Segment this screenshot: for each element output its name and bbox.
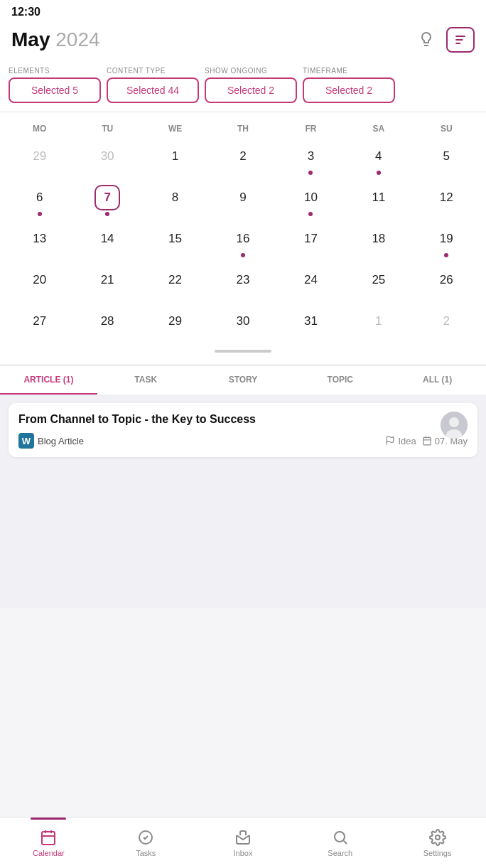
- day-number: 6: [27, 185, 53, 210]
- calendar-day[interactable]: 25: [345, 263, 412, 303]
- calendar-day[interactable]: 29: [6, 139, 73, 179]
- calendar-icon: [422, 436, 432, 446]
- day-number: 29: [27, 144, 53, 169]
- content-tab-story[interactable]: STORY: [195, 366, 292, 395]
- nav-settings[interactable]: Settings: [389, 818, 486, 868]
- elements-filter-chip[interactable]: Selected 5: [9, 77, 101, 103]
- calendar-day[interactable]: 6: [6, 181, 73, 220]
- day-dot: [105, 294, 109, 299]
- day-number: 11: [366, 185, 392, 210]
- weekday-fr: FR: [277, 121, 345, 136]
- status-bar: 12:30: [0, 0, 486, 21]
- calendar-grid: 2930123456789101112131415161718192021222…: [0, 139, 486, 344]
- calendar-day[interactable]: 23: [209, 263, 276, 303]
- nav-search[interactable]: Search: [291, 818, 389, 868]
- content-type-filter-chip[interactable]: Selected 44: [107, 77, 199, 103]
- calendar-day[interactable]: 10: [277, 181, 345, 220]
- weekday-mo: MO: [6, 121, 73, 136]
- content-tab-task[interactable]: TASK: [97, 366, 195, 395]
- day-number: 5: [433, 144, 459, 169]
- nav-tasks-label: Tasks: [136, 849, 156, 857]
- day-dot: [308, 336, 313, 340]
- day-dot: [105, 253, 109, 257]
- day-dot: [38, 253, 42, 257]
- day-dot: [105, 336, 109, 340]
- calendar-day[interactable]: 15: [141, 222, 209, 262]
- calendar-day[interactable]: 31: [277, 304, 345, 344]
- calendar-nav-icon: [40, 829, 57, 846]
- day-number: 3: [298, 144, 323, 169]
- calendar-day[interactable]: 22: [141, 263, 209, 303]
- elements-filter-group: ELEMENTS Selected 5: [9, 67, 101, 103]
- content-tab-all--1-[interactable]: ALL (1): [389, 366, 486, 395]
- day-number: 19: [433, 226, 459, 252]
- calendar-day[interactable]: 20: [6, 263, 73, 303]
- nav-search-label: Search: [328, 849, 352, 857]
- flag-icon: [385, 436, 395, 446]
- calendar-day[interactable]: 30: [73, 139, 141, 179]
- nav-calendar[interactable]: Calendar: [0, 818, 97, 868]
- article-list: From Channel to Topic - the Key to Succe…: [0, 395, 486, 608]
- date-badge: 07. May: [422, 436, 468, 446]
- day-dot: [105, 212, 109, 216]
- day-number: 1: [366, 309, 392, 334]
- day-dot: [241, 336, 245, 340]
- calendar-day[interactable]: 12: [413, 181, 480, 220]
- calendar-day[interactable]: 26: [413, 263, 480, 303]
- day-number: 25: [366, 267, 392, 293]
- article-card[interactable]: From Channel to Topic - the Key to Succe…: [9, 403, 477, 457]
- calendar-day[interactable]: 13: [6, 222, 73, 262]
- calendar-day[interactable]: 2: [413, 304, 480, 344]
- content-tabs: ARTICLE (1)TASKSTORYTOPICALL (1): [0, 365, 486, 395]
- day-dot: [173, 294, 178, 299]
- calendar-day[interactable]: 27: [6, 304, 73, 344]
- timeframe-filter-chip[interactable]: Selected 2: [303, 77, 395, 103]
- day-dot: [377, 294, 381, 299]
- calendar-day[interactable]: 16: [209, 222, 276, 262]
- nav-tasks[interactable]: Tasks: [97, 818, 195, 868]
- calendar-day[interactable]: 2: [209, 139, 276, 179]
- calendar-day[interactable]: 19: [413, 222, 480, 262]
- calendar-day[interactable]: 1: [141, 139, 209, 179]
- calendar-day[interactable]: 7: [73, 181, 141, 220]
- filter-icon: [453, 33, 468, 47]
- calendar-day[interactable]: 5: [413, 139, 480, 179]
- content-tab-article--1-[interactable]: ARTICLE (1): [0, 366, 97, 395]
- tasks-nav-icon: [137, 829, 154, 846]
- day-number: 9: [230, 185, 256, 210]
- calendar-day[interactable]: 21: [73, 263, 141, 303]
- day-number: 17: [298, 226, 323, 252]
- day-number: 18: [366, 226, 392, 252]
- day-number: 8: [163, 185, 188, 210]
- calendar-day[interactable]: 18: [345, 222, 412, 262]
- avatar: [441, 412, 468, 439]
- calendar-day[interactable]: 28: [73, 304, 141, 344]
- calendar-day[interactable]: 1: [345, 304, 412, 344]
- calendar-day[interactable]: 8: [141, 181, 209, 220]
- calendar-day[interactable]: 4: [345, 139, 412, 179]
- lightbulb-button[interactable]: [415, 28, 438, 53]
- day-dot: [444, 294, 448, 299]
- weekday-we: WE: [141, 121, 209, 136]
- day-number: 14: [94, 226, 120, 252]
- day-dot: [308, 212, 313, 216]
- calendar-day[interactable]: 24: [277, 263, 345, 303]
- calendar-day[interactable]: 30: [209, 304, 276, 344]
- article-type-badge: W Blog Article: [18, 433, 84, 449]
- show-ongoing-filter-chip[interactable]: Selected 2: [205, 77, 297, 103]
- day-number: 22: [163, 267, 188, 293]
- calendar-day[interactable]: 29: [141, 304, 209, 344]
- nav-inbox[interactable]: Inbox: [195, 818, 292, 868]
- show-ongoing-filter-group: SHOW ONGOING Selected 2: [205, 67, 297, 103]
- svg-point-16: [335, 832, 345, 842]
- calendar-day[interactable]: 3: [277, 139, 345, 179]
- search-nav-icon: [332, 829, 349, 846]
- calendar-day[interactable]: 17: [277, 222, 345, 262]
- nav-inbox-label: Inbox: [234, 849, 253, 857]
- filter-button[interactable]: [446, 27, 475, 53]
- content-tab-topic[interactable]: TOPIC: [291, 366, 389, 395]
- calendar-day[interactable]: 11: [345, 181, 412, 220]
- header: May 2024: [0, 21, 486, 61]
- calendar-day[interactable]: 14: [73, 222, 141, 262]
- calendar-day[interactable]: 9: [209, 181, 276, 220]
